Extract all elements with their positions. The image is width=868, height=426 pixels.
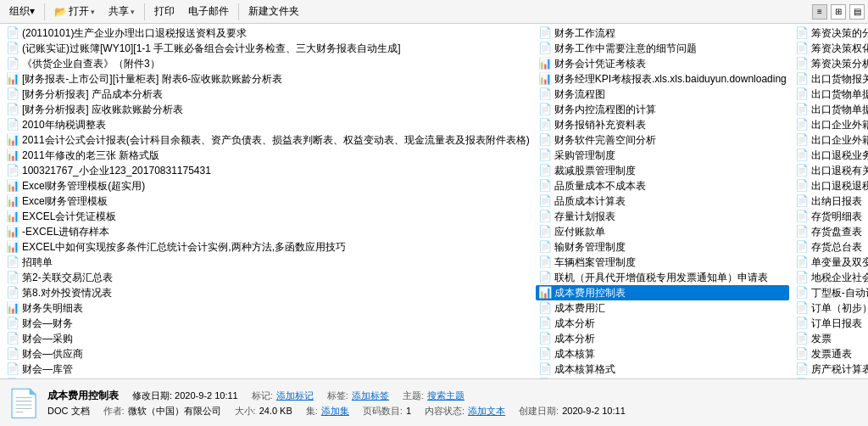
file-item[interactable]: 📄出口企业外籍业务员信息采集表 (793, 117, 868, 132)
file-item[interactable]: 📄丁型板-自动计算财务报告表 (793, 285, 868, 300)
file-item[interactable]: 📊财务失明细表 (3, 300, 532, 316)
file-item[interactable]: 📄出口退税有关进品目录 (793, 163, 868, 178)
file-item[interactable]: 📄采购管理制度 (536, 148, 789, 163)
file-item[interactable]: 📄出口货物单据管理目录 (793, 102, 868, 117)
file-item[interactable]: 📄发票通表 (793, 346, 868, 362)
file-item[interactable]: 📄财会—库管 (3, 362, 532, 377)
file-item[interactable]: 📄输财务管理制度 (536, 239, 789, 255)
organize-button[interactable]: 组织▾ (3, 2, 41, 21)
file-item[interactable]: 📄出口退税退税业务描述由语表 (793, 178, 868, 193)
file-item[interactable]: 📄财务报销补充资料表 (536, 117, 789, 132)
file-item[interactable]: 📊-EXCEL进销存样本 (3, 224, 532, 239)
file-item[interactable]: 📄房地产开发企业会计科目表 (793, 377, 868, 378)
file-item[interactable]: 📄财会—财务 (3, 316, 532, 331)
file-item[interactable]: 📄第8.对外投资情况表 (3, 285, 532, 300)
file-item[interactable]: 📄出口退税业务描述由语表 (793, 148, 868, 163)
file-item[interactable]: 📄联机（开具代开增值税专用发票通知单）申请表 (536, 270, 789, 285)
file-item[interactable]: 📄财会—采购 (3, 331, 532, 346)
file-item[interactable]: 📄成本核算格式 (536, 362, 789, 377)
print-button[interactable]: 打印 (148, 2, 181, 21)
file-item[interactable]: 📊Excel财务管理模板 (3, 193, 532, 209)
file-item[interactable]: 📄房产税计算表 (793, 362, 868, 377)
file-item[interactable]: 📄财会—供应商 (3, 346, 532, 362)
file-item[interactable]: 📄订单日报表 (793, 316, 868, 331)
file-item[interactable]: 📊财务会计凭证考核表 (536, 56, 789, 71)
file-item[interactable]: 📄财务内控流程图的计算 (536, 102, 789, 117)
file-item[interactable]: 📊2011会计公式会计报表(会计科目余额表、资产负债表、损益表判断表、权益变动表… (3, 132, 532, 148)
file-item[interactable]: 📄存量计划报表 (536, 209, 789, 224)
file-label: 第8.对外投资情况表 (22, 286, 112, 300)
file-label: 存货总台表 (811, 240, 862, 254)
email-button[interactable]: 电子邮件 (182, 2, 235, 21)
file-item[interactable]: 📊Excel财务管理模板(超实用) (3, 178, 532, 193)
share-button[interactable]: 共享 ▾ (103, 2, 141, 21)
view-details-button[interactable]: ≡ (812, 4, 827, 20)
file-item[interactable]: 📄财务程表 (3, 377, 532, 378)
file-item[interactable]: 📄100321767_小企业123_20170831175431 (3, 163, 532, 178)
file-item[interactable]: 📄存货总台表 (793, 239, 868, 255)
file-label: 订单日报表 (811, 317, 862, 330)
file-label: 出口货物单据管理目录 (811, 103, 868, 116)
file-item[interactable]: 📄成本费用汇 (536, 300, 789, 316)
file-label: 发票通表 (811, 347, 852, 361)
doc-icon: 📄 (538, 225, 552, 238)
file-item[interactable]: 📄成本计算报表 (536, 377, 789, 378)
file-item[interactable]: 📄[财务分析报表] 产品成本分析表 (3, 87, 532, 102)
doc-icon: 📄 (795, 179, 809, 193)
file-item[interactable]: 📄成本分析 (536, 331, 789, 346)
file-item[interactable]: 📄成本分析 (536, 316, 789, 331)
file-item[interactable]: 📄存货盘查表 (793, 224, 868, 239)
file-item[interactable]: 📄出口企业外籍业务员信息采集工表 (793, 132, 868, 148)
file-label: 发票 (811, 332, 832, 345)
file-item[interactable]: 📄裁减股票管理制度 (536, 163, 789, 178)
file-item[interactable]: 📊EXCEL会计凭证模板 (3, 209, 532, 224)
file-item[interactable]: 📄应付账款单 (536, 224, 789, 239)
file-item[interactable]: 📊[财务报表-上市公司][计量柜表] 附表6-应收账款账龄分析表 (3, 71, 532, 87)
file-item[interactable]: 📄(记账实证)过账簿[WY10][1-1 手工账必备组合会计业务检查、三大财务报… (3, 41, 532, 56)
file-list-container[interactable]: 📄(20110101)生产企业办理出口退税报送资料及要求📄(记账实证)过账簿[W… (0, 24, 868, 378)
file-item[interactable]: 📄筹资决策分析模型 (793, 56, 868, 71)
view-list-button[interactable]: ▤ (849, 4, 865, 20)
file-item[interactable]: 📄财务工作流程 (536, 25, 789, 41)
file-item[interactable]: 📄订单（初步）成本计算表-样板 (793, 300, 868, 316)
file-item[interactable]: 📄筹资决策的分析 (793, 25, 868, 41)
file-item[interactable]: 📄品质量成本不成本表 (536, 178, 789, 193)
file-item[interactable]: 📄2010年纳税调整表 (3, 117, 532, 132)
file-label: 《供货企业自查表》（附件3） (22, 57, 160, 70)
view-icons-button[interactable]: ⊞ (831, 4, 846, 20)
file-item[interactable]: 📊财务经理KPI考核报表.xls.xls.baiduyun.downloadin… (536, 71, 789, 87)
file-item[interactable]: 📄车辆档案管理制度 (536, 255, 789, 270)
file-label: 财务程表 (22, 378, 63, 378)
file-column-2: 📄筹资决策的分析📄筹资决策权化模型📄筹资决策分析模型📄出口货物报关申请表📄出口货… (791, 25, 868, 378)
status-size: 大小: 24.0 KB (235, 405, 292, 418)
new-folder-button[interactable]: 新建文件夹 (242, 2, 305, 21)
file-label: 成本费用控制表 (554, 286, 626, 300)
file-item[interactable]: 📄成本核算 (536, 346, 789, 362)
open-button[interactable]: 📂 打开 ▾ (48, 2, 101, 21)
doc-icon: 📄 (795, 210, 809, 223)
file-item[interactable]: 📄财务工作中需要注意的细节问题 (536, 41, 789, 56)
file-item[interactable]: 📄单变量及双变量返固 (793, 255, 868, 270)
file-item[interactable]: 📄出口货物报关申请表 (793, 71, 868, 87)
file-item[interactable]: 📄[财务分析报表] 应收账款账龄分析表 (3, 102, 532, 117)
file-item[interactable]: 📄发票 (793, 331, 868, 346)
file-item[interactable]: 📄出口货物单据管理制度 (793, 87, 868, 102)
file-item[interactable]: 📄筹资决策权化模型 (793, 41, 868, 56)
file-item[interactable]: 📊成本费用控制表 (536, 285, 789, 300)
file-label: 应付账款单 (554, 225, 605, 238)
file-item[interactable]: 📄地税企业社会保险费 (793, 270, 868, 285)
file-item[interactable]: 📄第2-关联交易汇总表 (3, 270, 532, 285)
file-item[interactable]: 📄存货明细表 (793, 209, 868, 224)
file-item[interactable]: 📊EXCEL中如何实现按多条件汇总统计会计实例,两种方法,多函数应用技巧 (3, 239, 532, 255)
file-item[interactable]: 📄(20110101)生产企业办理出口退税报送资料及要求 (3, 25, 532, 41)
xls-icon: 📊 (6, 179, 19, 193)
file-item[interactable]: 📄《供货企业自查表》（附件3） (3, 56, 532, 71)
sep2 (144, 3, 145, 20)
file-item[interactable]: 📄财务软件完善空间分析 (536, 132, 789, 148)
file-item[interactable]: 📄财务流程图 (536, 87, 789, 102)
file-item[interactable]: 📄品质成本计算表 (536, 193, 789, 209)
file-label: Excel财务管理模板 (22, 194, 108, 208)
file-item[interactable]: 📄招聘单 (3, 255, 532, 270)
file-item[interactable]: 📊2011年修改的老三张 新格式版 (3, 148, 532, 163)
file-item[interactable]: 📄出纳日报表 (793, 193, 868, 209)
